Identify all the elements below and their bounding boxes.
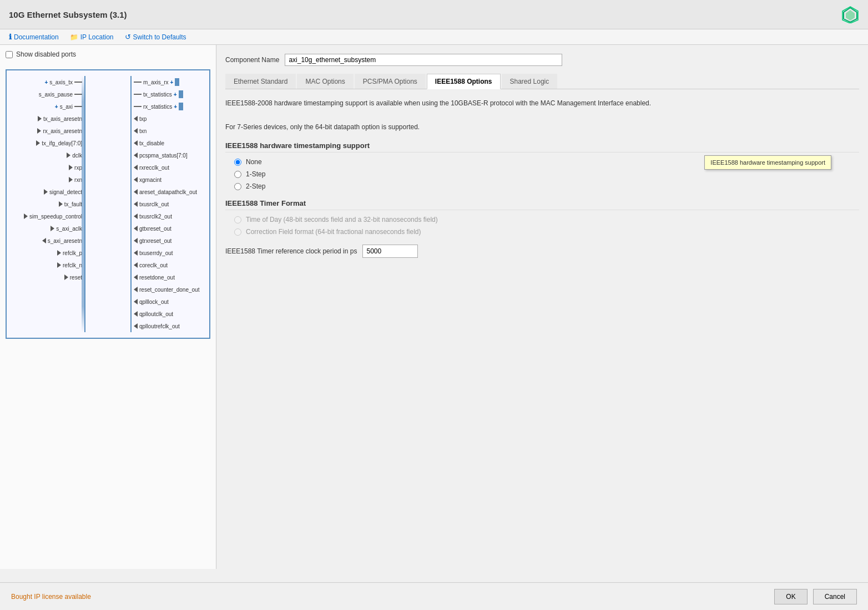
pin-arrow — [37, 128, 41, 134]
refresh-icon: ↺ — [125, 33, 131, 41]
option-1step-row: 1-Step — [234, 170, 859, 178]
app-title: 10G Ethernet Subsystem (3.1) — [9, 10, 127, 19]
option-none-label[interactable]: None — [246, 158, 262, 166]
pin-row: reset — [7, 271, 84, 283]
pin-arrow — [134, 250, 138, 256]
pin-label: tx_ifg_delay[7:0] — [42, 140, 82, 146]
pin-arrow — [38, 116, 42, 121]
pin-label: + — [174, 92, 177, 98]
pin-label: qplloutclk_out — [139, 311, 173, 317]
tab-shared-logic[interactable]: Shared Logic — [502, 74, 558, 89]
timer-format-options: Time of Day (48-bit seconds field and a … — [234, 216, 859, 236]
status-text: Bought IP license available — [11, 593, 91, 601]
pin-line — [134, 94, 142, 95]
option-2step-label[interactable]: 2-Step — [246, 182, 265, 190]
hw-support-options: None 1-Step 2-Step IEEE1588 hardware tim… — [234, 158, 859, 190]
tab-ieee1588-options[interactable]: IEEE1588 Options — [427, 74, 501, 89]
timer-correction-radio[interactable] — [234, 228, 241, 236]
pin-arrow — [134, 165, 138, 170]
pin-label: + — [170, 79, 174, 85]
documentation-link[interactable]: ℹ Documentation — [9, 33, 59, 41]
pin-label: tx_disable — [139, 140, 164, 146]
pin-row: dclk — [7, 149, 84, 161]
pin-arrow — [134, 201, 138, 207]
pin-label: rx_axis_aresetn — [43, 128, 82, 134]
component-name-input[interactable] — [285, 54, 562, 66]
switch-defaults-link[interactable]: ↺ Switch to Defaults — [125, 33, 186, 41]
pin-label: tx_axis_aresetn — [43, 116, 82, 122]
pin-row: + s_axis_tx — [7, 76, 84, 88]
pin-arrow — [134, 226, 138, 231]
pin-arrow — [36, 140, 40, 146]
pin-arrow — [134, 152, 138, 158]
pin-arrow — [134, 214, 138, 219]
pin-arrow — [134, 238, 138, 243]
pin-label: refclk_p — [63, 250, 82, 256]
pin-row: xgmacint — [132, 174, 209, 186]
option-1step-radio[interactable] — [234, 171, 241, 178]
toolbar: ℹ Documentation 📁 IP Location ↺ Switch t… — [0, 29, 868, 45]
pin-row: refclk_p — [7, 247, 84, 259]
pin-arrow — [134, 177, 138, 182]
pin-label: rxrecclk_out — [139, 165, 169, 171]
ip-location-link[interactable]: 📁 IP Location — [70, 33, 114, 41]
component-name-row: Component Name — [225, 54, 859, 66]
timer-tod-label: Time of Day (48-bit seconds field and a … — [246, 216, 438, 223]
pin-row: s_axi_aresetn — [7, 235, 84, 247]
show-disabled-label: Show disabled ports — [16, 50, 76, 58]
pin-label: s_axi_aclk — [56, 226, 82, 232]
pin-row: coreclk_out — [132, 259, 209, 271]
show-disabled-checkbox[interactable] — [6, 51, 13, 58]
pin-row: refclk_n — [7, 259, 84, 271]
clock-period-input[interactable] — [362, 245, 418, 258]
pin-label: sim_speedup_control — [29, 214, 82, 220]
pin-arrow — [59, 201, 63, 207]
pin-arrow — [134, 287, 138, 292]
pin-label: qplloutrefclk_out — [139, 323, 180, 329]
svg-marker-1 — [846, 10, 855, 21]
pin-row: rxp — [7, 161, 84, 174]
pin-row: pcspma_status[7:0] — [132, 149, 209, 161]
pin-arrow — [51, 226, 54, 231]
pin-bus — [175, 78, 179, 86]
ip-location-label: IP Location — [80, 33, 114, 41]
pin-bus — [179, 90, 183, 98]
pin-label: coreclk_out — [139, 262, 168, 268]
pin-row: tx_fault — [7, 198, 84, 210]
pin-arrow — [134, 274, 138, 280]
tabs-container: Ethernet Standard MAC Options PCS/PMA Op… — [225, 74, 859, 89]
pin-label: refclk_n — [63, 262, 82, 268]
pin-label: txn — [139, 128, 147, 134]
pin-row: gttxreset_out — [132, 222, 209, 235]
pin-label: tx_fault — [64, 201, 82, 207]
clock-period-row: IEEE1588 Timer reference clock period in… — [225, 245, 859, 258]
ok-button[interactable]: OK — [774, 589, 807, 604]
pin-arrow — [134, 128, 138, 134]
option-1step-label[interactable]: 1-Step — [246, 170, 265, 178]
tab-ethernet-standard[interactable]: Ethernet Standard — [225, 74, 296, 89]
info-text-2: For 7-Series devices, only the 64-bit da… — [225, 122, 859, 133]
pin-label: xgmacint — [139, 177, 162, 183]
left-pins-area: + s_axis_tx s_axis_pause + s_axi — [7, 76, 84, 332]
pin-row: resetdone_out — [132, 271, 209, 283]
pin-row: m_axis_rx + — [132, 76, 209, 88]
bottom-buttons: OK Cancel — [774, 589, 857, 604]
timer-tod-radio[interactable] — [234, 216, 241, 223]
option-2step-radio[interactable] — [234, 183, 241, 190]
hw-support-title: IEEE1588 hardware timestamping support — [225, 141, 859, 152]
option-none-radio[interactable] — [234, 159, 241, 166]
pin-label: signal_detect — [49, 189, 82, 195]
pin-row: qplloutrefclk_out — [132, 320, 209, 332]
cancel-button[interactable]: Cancel — [813, 589, 857, 604]
pin-label: gtrxreset_out — [139, 238, 171, 244]
clock-period-label: IEEE1588 Timer reference clock period in… — [225, 247, 357, 255]
pin-arrow — [134, 262, 138, 268]
component-name-label: Component Name — [225, 56, 279, 64]
pin-arrow — [134, 323, 138, 329]
tab-mac-options[interactable]: MAC Options — [297, 74, 353, 89]
show-disabled-ports-row: Show disabled ports — [6, 50, 210, 58]
left-panel: Show disabled ports + s_axis_tx s_axis_p… — [0, 45, 216, 569]
timer-correction-label: Correction Field format (64-bit fraction… — [246, 228, 421, 236]
pin-arrow — [134, 116, 138, 121]
tab-pcs-pma-options[interactable]: PCS/PMA Options — [355, 74, 426, 89]
